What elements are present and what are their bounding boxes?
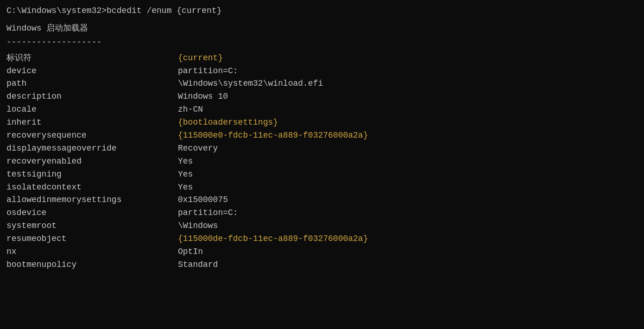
- table-row: testsigningYes: [6, 168, 638, 181]
- entries-container: 标识符{current}devicepartition=C:path\Windo…: [6, 52, 638, 272]
- entry-key: recoverysequence: [6, 129, 178, 142]
- table-row: inherit{bootloadersettings}: [6, 116, 638, 129]
- table-row: path\Windows\system32\winload.efi: [6, 77, 638, 90]
- entry-value: \Windows: [178, 220, 218, 233]
- table-row: resumeobject{115000de-fdcb-11ec-a889-f03…: [6, 233, 638, 246]
- entry-key: isolatedcontext: [6, 181, 178, 194]
- entry-value: partition=C:: [178, 207, 238, 220]
- entry-value: partition=C:: [178, 65, 238, 78]
- entry-value: \Windows\system32\winload.efi: [178, 77, 323, 90]
- entry-value: {115000de-fdcb-11ec-a889-f03276000a2a}: [178, 233, 368, 246]
- table-row: nxOptIn: [6, 246, 638, 259]
- entry-key: allowedinmemorysettings: [6, 194, 178, 207]
- entry-key: recoveryenabled: [6, 155, 178, 168]
- entry-key: systemroot: [6, 220, 178, 233]
- table-row: displaymessageoverrideRecovery: [6, 142, 638, 155]
- table-row: 标识符{current}: [6, 52, 638, 65]
- entry-value: {bootloadersettings}: [178, 116, 278, 129]
- entry-key: locale: [6, 103, 178, 116]
- entry-key: testsigning: [6, 168, 178, 181]
- entry-value: {current}: [178, 52, 223, 65]
- entry-key: path: [6, 77, 178, 90]
- terminal-window: C:\Windows\system32>bcdedit /enum {curre…: [0, 0, 644, 329]
- entry-key: 标识符: [6, 52, 178, 65]
- entry-value: Yes: [178, 168, 193, 181]
- entry-value: Windows 10: [178, 90, 228, 103]
- table-row: systemroot\Windows: [6, 220, 638, 233]
- table-row: bootmenupolicyStandard: [6, 259, 638, 272]
- entry-value: Yes: [178, 181, 193, 194]
- entry-value: Yes: [178, 155, 193, 168]
- entry-key: device: [6, 65, 178, 78]
- section-divider: -------------------: [6, 36, 638, 49]
- entry-key: osdevice: [6, 207, 178, 220]
- entry-key: nx: [6, 246, 178, 259]
- table-row: recoveryenabledYes: [6, 155, 638, 168]
- table-row: devicepartition=C:: [6, 65, 638, 78]
- table-row: isolatedcontextYes: [6, 181, 638, 194]
- table-row: recoverysequence{115000e0-fdcb-11ec-a889…: [6, 129, 638, 142]
- table-row: localezh-CN: [6, 103, 638, 116]
- entry-key: description: [6, 90, 178, 103]
- entry-value: {115000e0-fdcb-11ec-a889-f03276000a2a}: [178, 129, 368, 142]
- entry-value: Standard: [178, 259, 218, 272]
- table-row: osdevicepartition=C:: [6, 207, 638, 220]
- entry-value: OptIn: [178, 246, 203, 259]
- entry-key: bootmenupolicy: [6, 259, 178, 272]
- table-row: descriptionWindows 10: [6, 90, 638, 103]
- entry-value: zh-CN: [178, 103, 203, 116]
- entry-value: Recovery: [178, 142, 218, 155]
- entry-key: inherit: [6, 116, 178, 129]
- entry-value: 0x15000075: [178, 194, 228, 207]
- entry-key: displaymessageoverride: [6, 142, 178, 155]
- section-title: Windows 启动加载器: [6, 22, 638, 35]
- prompt-line: C:\Windows\system32>bcdedit /enum {curre…: [6, 5, 638, 18]
- entry-key: resumeobject: [6, 233, 178, 246]
- table-row: allowedinmemorysettings0x15000075: [6, 194, 638, 207]
